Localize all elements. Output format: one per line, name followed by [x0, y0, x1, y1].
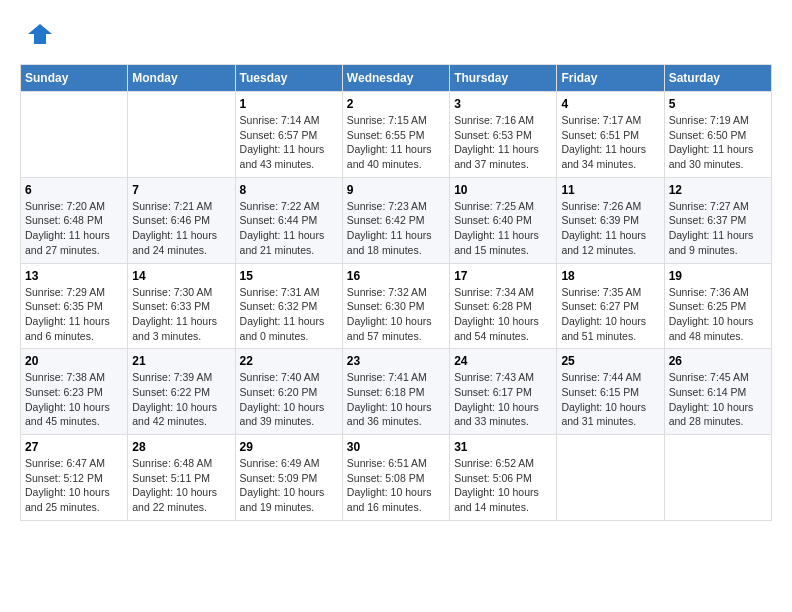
- day-number: 28: [132, 440, 230, 454]
- calendar-cell: 25Sunrise: 7:44 AM Sunset: 6:15 PM Dayli…: [557, 349, 664, 435]
- day-number: 29: [240, 440, 338, 454]
- calendar-cell: 19Sunrise: 7:36 AM Sunset: 6:25 PM Dayli…: [664, 263, 771, 349]
- day-number: 18: [561, 269, 659, 283]
- calendar-cell: 27Sunrise: 6:47 AM Sunset: 5:12 PM Dayli…: [21, 435, 128, 521]
- day-number: 31: [454, 440, 552, 454]
- day-number: 15: [240, 269, 338, 283]
- day-info: Sunrise: 7:44 AM Sunset: 6:15 PM Dayligh…: [561, 370, 659, 429]
- calendar-cell: 5Sunrise: 7:19 AM Sunset: 6:50 PM Daylig…: [664, 92, 771, 178]
- calendar-cell: 14Sunrise: 7:30 AM Sunset: 6:33 PM Dayli…: [128, 263, 235, 349]
- day-number: 12: [669, 183, 767, 197]
- page-header: [20, 20, 772, 48]
- calendar-week-row: 6Sunrise: 7:20 AM Sunset: 6:48 PM Daylig…: [21, 177, 772, 263]
- day-info: Sunrise: 7:31 AM Sunset: 6:32 PM Dayligh…: [240, 285, 338, 344]
- day-number: 13: [25, 269, 123, 283]
- calendar-cell: 31Sunrise: 6:52 AM Sunset: 5:06 PM Dayli…: [450, 435, 557, 521]
- day-number: 10: [454, 183, 552, 197]
- day-info: Sunrise: 7:27 AM Sunset: 6:37 PM Dayligh…: [669, 199, 767, 258]
- calendar-cell: 21Sunrise: 7:39 AM Sunset: 6:22 PM Dayli…: [128, 349, 235, 435]
- calendar-cell: 30Sunrise: 6:51 AM Sunset: 5:08 PM Dayli…: [342, 435, 449, 521]
- day-info: Sunrise: 7:21 AM Sunset: 6:46 PM Dayligh…: [132, 199, 230, 258]
- calendar-cell: 29Sunrise: 6:49 AM Sunset: 5:09 PM Dayli…: [235, 435, 342, 521]
- calendar-header-row: SundayMondayTuesdayWednesdayThursdayFrid…: [21, 65, 772, 92]
- day-number: 19: [669, 269, 767, 283]
- day-info: Sunrise: 7:15 AM Sunset: 6:55 PM Dayligh…: [347, 113, 445, 172]
- calendar-cell: 22Sunrise: 7:40 AM Sunset: 6:20 PM Dayli…: [235, 349, 342, 435]
- logo: [20, 20, 54, 48]
- calendar-cell: 28Sunrise: 6:48 AM Sunset: 5:11 PM Dayli…: [128, 435, 235, 521]
- day-number: 26: [669, 354, 767, 368]
- day-number: 9: [347, 183, 445, 197]
- day-number: 20: [25, 354, 123, 368]
- day-info: Sunrise: 7:34 AM Sunset: 6:28 PM Dayligh…: [454, 285, 552, 344]
- weekday-header: Sunday: [21, 65, 128, 92]
- day-number: 27: [25, 440, 123, 454]
- day-info: Sunrise: 6:51 AM Sunset: 5:08 PM Dayligh…: [347, 456, 445, 515]
- day-number: 17: [454, 269, 552, 283]
- day-number: 1: [240, 97, 338, 111]
- calendar-cell: 2Sunrise: 7:15 AM Sunset: 6:55 PM Daylig…: [342, 92, 449, 178]
- day-info: Sunrise: 7:40 AM Sunset: 6:20 PM Dayligh…: [240, 370, 338, 429]
- calendar-cell: [21, 92, 128, 178]
- weekday-header: Monday: [128, 65, 235, 92]
- day-number: 11: [561, 183, 659, 197]
- day-number: 23: [347, 354, 445, 368]
- day-info: Sunrise: 7:25 AM Sunset: 6:40 PM Dayligh…: [454, 199, 552, 258]
- day-info: Sunrise: 7:39 AM Sunset: 6:22 PM Dayligh…: [132, 370, 230, 429]
- calendar-cell: 8Sunrise: 7:22 AM Sunset: 6:44 PM Daylig…: [235, 177, 342, 263]
- calendar-cell: 16Sunrise: 7:32 AM Sunset: 6:30 PM Dayli…: [342, 263, 449, 349]
- calendar-cell: 9Sunrise: 7:23 AM Sunset: 6:42 PM Daylig…: [342, 177, 449, 263]
- day-info: Sunrise: 7:26 AM Sunset: 6:39 PM Dayligh…: [561, 199, 659, 258]
- day-number: 24: [454, 354, 552, 368]
- day-info: Sunrise: 7:29 AM Sunset: 6:35 PM Dayligh…: [25, 285, 123, 344]
- day-number: 25: [561, 354, 659, 368]
- day-info: Sunrise: 7:14 AM Sunset: 6:57 PM Dayligh…: [240, 113, 338, 172]
- calendar-cell: 10Sunrise: 7:25 AM Sunset: 6:40 PM Dayli…: [450, 177, 557, 263]
- calendar-cell: 26Sunrise: 7:45 AM Sunset: 6:14 PM Dayli…: [664, 349, 771, 435]
- day-info: Sunrise: 7:16 AM Sunset: 6:53 PM Dayligh…: [454, 113, 552, 172]
- day-info: Sunrise: 7:36 AM Sunset: 6:25 PM Dayligh…: [669, 285, 767, 344]
- calendar-cell: [557, 435, 664, 521]
- calendar-cell: 13Sunrise: 7:29 AM Sunset: 6:35 PM Dayli…: [21, 263, 128, 349]
- day-info: Sunrise: 7:45 AM Sunset: 6:14 PM Dayligh…: [669, 370, 767, 429]
- day-number: 6: [25, 183, 123, 197]
- calendar-cell: 7Sunrise: 7:21 AM Sunset: 6:46 PM Daylig…: [128, 177, 235, 263]
- calendar-week-row: 13Sunrise: 7:29 AM Sunset: 6:35 PM Dayli…: [21, 263, 772, 349]
- weekday-header: Thursday: [450, 65, 557, 92]
- day-info: Sunrise: 7:20 AM Sunset: 6:48 PM Dayligh…: [25, 199, 123, 258]
- day-info: Sunrise: 7:17 AM Sunset: 6:51 PM Dayligh…: [561, 113, 659, 172]
- day-number: 16: [347, 269, 445, 283]
- day-info: Sunrise: 6:48 AM Sunset: 5:11 PM Dayligh…: [132, 456, 230, 515]
- calendar-cell: 6Sunrise: 7:20 AM Sunset: 6:48 PM Daylig…: [21, 177, 128, 263]
- day-info: Sunrise: 7:35 AM Sunset: 6:27 PM Dayligh…: [561, 285, 659, 344]
- calendar-cell: 12Sunrise: 7:27 AM Sunset: 6:37 PM Dayli…: [664, 177, 771, 263]
- weekday-header: Tuesday: [235, 65, 342, 92]
- calendar-cell: 18Sunrise: 7:35 AM Sunset: 6:27 PM Dayli…: [557, 263, 664, 349]
- calendar-cell: [128, 92, 235, 178]
- day-info: Sunrise: 7:32 AM Sunset: 6:30 PM Dayligh…: [347, 285, 445, 344]
- calendar-cell: 20Sunrise: 7:38 AM Sunset: 6:23 PM Dayli…: [21, 349, 128, 435]
- calendar-cell: 17Sunrise: 7:34 AM Sunset: 6:28 PM Dayli…: [450, 263, 557, 349]
- calendar-table: SundayMondayTuesdayWednesdayThursdayFrid…: [20, 64, 772, 521]
- calendar-cell: 1Sunrise: 7:14 AM Sunset: 6:57 PM Daylig…: [235, 92, 342, 178]
- day-number: 3: [454, 97, 552, 111]
- day-info: Sunrise: 6:47 AM Sunset: 5:12 PM Dayligh…: [25, 456, 123, 515]
- day-info: Sunrise: 7:38 AM Sunset: 6:23 PM Dayligh…: [25, 370, 123, 429]
- weekday-header: Wednesday: [342, 65, 449, 92]
- weekday-header: Saturday: [664, 65, 771, 92]
- calendar-cell: 24Sunrise: 7:43 AM Sunset: 6:17 PM Dayli…: [450, 349, 557, 435]
- calendar-cell: 11Sunrise: 7:26 AM Sunset: 6:39 PM Dayli…: [557, 177, 664, 263]
- calendar-week-row: 27Sunrise: 6:47 AM Sunset: 5:12 PM Dayli…: [21, 435, 772, 521]
- day-info: Sunrise: 7:30 AM Sunset: 6:33 PM Dayligh…: [132, 285, 230, 344]
- day-number: 5: [669, 97, 767, 111]
- calendar-cell: 15Sunrise: 7:31 AM Sunset: 6:32 PM Dayli…: [235, 263, 342, 349]
- weekday-header: Friday: [557, 65, 664, 92]
- day-info: Sunrise: 7:19 AM Sunset: 6:50 PM Dayligh…: [669, 113, 767, 172]
- day-info: Sunrise: 6:49 AM Sunset: 5:09 PM Dayligh…: [240, 456, 338, 515]
- day-number: 22: [240, 354, 338, 368]
- day-info: Sunrise: 6:52 AM Sunset: 5:06 PM Dayligh…: [454, 456, 552, 515]
- calendar-week-row: 20Sunrise: 7:38 AM Sunset: 6:23 PM Dayli…: [21, 349, 772, 435]
- calendar-cell: 23Sunrise: 7:41 AM Sunset: 6:18 PM Dayli…: [342, 349, 449, 435]
- day-info: Sunrise: 7:22 AM Sunset: 6:44 PM Dayligh…: [240, 199, 338, 258]
- calendar-week-row: 1Sunrise: 7:14 AM Sunset: 6:57 PM Daylig…: [21, 92, 772, 178]
